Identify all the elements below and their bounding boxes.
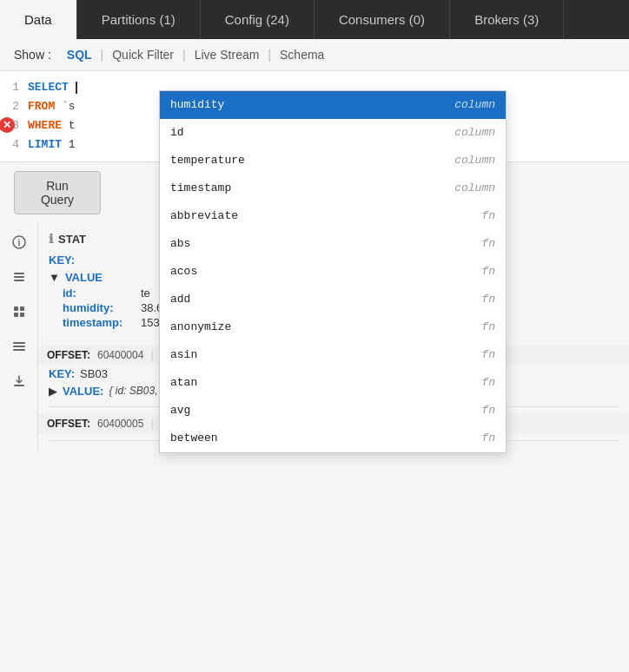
grid-icon[interactable] [7,300,31,324]
ac-name: add [170,290,190,309]
svg-text:i: i [17,238,20,247]
field-timestamp-name: timestamp: [63,316,141,329]
ac-item-timestamp[interactable]: timestamp column [160,175,506,202]
show-livestream-link[interactable]: Live Stream [186,48,268,62]
ac-type: fn [481,234,495,254]
ac-name: id [170,123,184,142]
offset-value-1: 60400004 [97,349,143,361]
error-circle: ✕ [0,117,15,133]
svg-rect-8 [20,313,24,317]
field-id-value: te [141,287,150,300]
ac-name: timestamp [170,179,231,198]
ac-type: column [454,123,495,142]
svg-rect-11 [13,349,25,351]
ac-name: asin [170,346,197,365]
tab-bar: Data Partitions (1) Config (24) Consumer… [0,0,629,39]
offset-label-2: OFFSET: [47,418,90,430]
tab-brokers[interactable]: Brokers (3) [450,0,564,39]
svg-rect-6 [20,306,24,311]
ac-type: fn [481,290,495,309]
ac-type: fn [481,262,495,281]
key-label-1: KEY: [49,367,75,380]
ac-item-temperature[interactable]: temperature column [160,147,506,175]
show-bar: Show : SQL | Quick Filter | Live Stream … [0,39,629,71]
download-icon[interactable] [7,369,31,393]
svg-rect-10 [13,346,25,347]
ac-name: anonymize [170,318,231,337]
svg-rect-5 [14,306,18,311]
sep-1a: | [150,349,153,361]
ac-type: column [454,151,495,170]
key-value-1: SB03 [80,367,108,380]
stat-title: STAT [58,233,86,246]
ac-name: atan [170,373,197,392]
show-sql-link[interactable]: SQL [58,48,101,62]
svg-rect-9 [13,342,25,344]
ac-item-between[interactable]: between fn [160,425,506,452]
svg-rect-12 [14,385,24,386]
svg-rect-2 [14,273,24,274]
run-query-button[interactable]: Run Query [14,171,101,214]
ac-name: between [170,429,218,448]
ac-item-asin[interactable]: asin fn [160,341,506,369]
key-label: KEY: [49,254,75,267]
show-schema-link[interactable]: Schema [271,48,333,62]
ac-item-anonymize[interactable]: anonymize fn [160,313,506,341]
main-content: Show : SQL | Quick Filter | Live Stream … [0,39,629,450]
error-icon: ✕ [0,116,16,134]
code-editor[interactable]: SELECT FROM `s WHERE t LIMIT 1 humidity … [24,71,629,161]
ac-item-abs[interactable]: abs fn [160,230,506,258]
ac-name: abbreviate [170,207,238,226]
ac-item-acos[interactable]: acos fn [160,258,506,286]
tab-data[interactable]: Data [0,0,77,39]
value-collapse-icon[interactable]: ▼ [49,271,60,284]
ac-name: avg [170,401,190,420]
align-justify-icon[interactable] [7,334,31,359]
show-label: Show : [14,48,51,62]
field-humidity-name: humidity: [63,301,141,314]
stat-info-icon: ℹ [49,232,53,246]
ac-type: fn [481,401,495,420]
ac-type: fn [481,429,495,448]
list-icon[interactable] [7,265,31,289]
ac-item-atan[interactable]: atan fn [160,369,506,397]
svg-rect-4 [14,280,24,281]
ac-name: humidity [170,96,224,115]
value-label: VALUE [65,271,103,284]
tab-consumers[interactable]: Consumers (0) [314,0,450,39]
show-quickfilter-link[interactable]: Quick Filter [103,48,182,62]
ac-type: fn [481,318,495,337]
sidebar-icons: i [0,223,38,450]
field-id-name: id: [63,287,141,300]
ac-type: column [454,96,495,115]
ac-item-humidity[interactable]: humidity column [160,91,506,119]
editor-area: ✕ 1 2 3 4 SELECT FROM `s WHERE t LIMIT 1 [0,71,629,162]
svg-rect-7 [14,313,18,317]
info-icon[interactable]: i [7,230,31,254]
ac-item-abbreviate[interactable]: abbreviate fn [160,202,506,230]
autocomplete-dropdown: humidity column id column temperature co… [159,90,507,453]
value-label-1: VALUE: [63,385,103,398]
ac-name: abs [170,234,190,254]
ac-item-avg[interactable]: avg fn [160,397,506,425]
svg-rect-3 [14,276,24,278]
ac-type: fn [481,207,495,226]
ac-name: temperature [170,151,245,170]
ac-type: fn [481,373,495,392]
ac-item-add[interactable]: add fn [160,286,506,313]
ac-name: acos [170,262,197,281]
value-expand-icon-1[interactable]: ▶ [49,385,57,398]
sep-2a: | [150,418,153,430]
ac-type: fn [481,346,495,365]
tab-partitions[interactable]: Partitions (1) [77,0,201,39]
ac-type: column [454,179,495,198]
offset-value-2: 60400005 [97,418,143,430]
ac-item-id[interactable]: id column [160,119,506,147]
tab-config[interactable]: Config (24) [201,0,314,39]
offset-label-1: OFFSET: [47,349,90,361]
